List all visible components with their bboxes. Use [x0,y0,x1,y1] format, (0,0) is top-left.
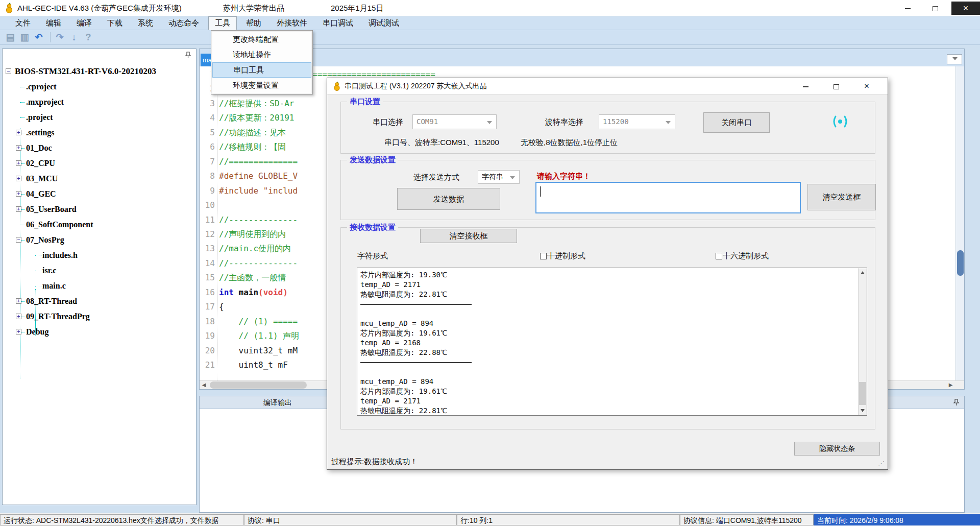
receive-settings-title: 接收数据设置 [347,223,398,232]
tools-menu-item-2[interactable]: 串口工具 [212,62,311,78]
menu-item-4[interactable]: 系统 [132,17,159,30]
tree-item-03_mcu[interactable]: +03_MCU [3,171,196,186]
maximize-button[interactable] [924,2,946,15]
tree-item-.project[interactable]: .project [3,110,196,125]
tab-overflow-combo[interactable] [947,54,962,64]
menu-item-0[interactable]: 文件 [9,17,37,30]
tools-menu-item-1[interactable]: 读地址操作 [212,47,311,62]
code-line-16: int main(void) [219,285,288,300]
menu-item-3[interactable]: 下载 [101,17,129,30]
menu-item-10[interactable]: 调试测试 [362,17,405,30]
menu-item-8[interactable]: 外接软件 [271,17,313,30]
receive-textarea[interactable]: 芯片内部温度为: 19.30℃temp_AD = 2171热敏电阻温度为: 22… [357,268,867,416]
pin-icon[interactable] [952,398,960,407]
tree-item-label: Debug [26,324,48,340]
download-icon[interactable]: ↓ [68,31,80,43]
code-line-11: //-------------- [219,213,298,227]
receive-scrollbar-thumb[interactable] [859,382,866,405]
send-input[interactable] [535,182,801,213]
tree-item-.cproject[interactable]: .cproject [3,79,196,94]
tree-item-label: 08_RT-Thread [26,294,77,309]
menu-item-7[interactable]: 帮助 [240,17,267,30]
dialog-minimize-button[interactable] [797,80,814,92]
undo-icon[interactable]: ↶ [33,31,45,43]
tree-item-.settings[interactable]: +.settings [3,125,196,140]
tree-item-01_doc[interactable]: +01_Doc [3,140,196,156]
vertical-scrollbar-thumb[interactable] [957,250,964,276]
dec-mode-checkbox[interactable]: 十进制形式 [540,251,585,261]
receive-line: temp_AD = 2168 [360,338,856,348]
scroll-up-icon[interactable] [861,271,865,274]
tree-item-07_nosprg[interactable]: −07_NosPrg [3,232,196,248]
dialog-maximize-button[interactable] [827,80,845,92]
tree-item-debug[interactable]: +Debug [3,324,196,340]
expand-icon[interactable]: + [16,206,21,212]
expand-icon[interactable]: + [16,329,21,334]
tree-item-05_userboard[interactable]: +05_UserBoard [3,202,196,217]
expand-icon[interactable]: + [16,130,21,135]
hex-mode-checkbox[interactable]: 十六进制形式 [716,251,769,261]
menu-item-1[interactable]: 编辑 [40,17,67,30]
line-number: 16 [201,285,215,300]
gutter-guide-line [217,66,217,380]
baud-select-combo[interactable]: 115200 [599,114,675,129]
hide-statusbar-button[interactable]: 隐藏状态条 [794,442,880,456]
tree-item-label: 04_GEC [26,186,56,202]
receive-scrollbar[interactable] [858,268,867,415]
send-data-button[interactable]: 发送数据 [397,188,500,210]
tree-item-04_gec[interactable]: +04_GEC [3,186,196,202]
collapse-icon[interactable]: − [6,68,11,74]
pin-icon[interactable] [184,51,192,59]
horizontal-scrollbar-thumb[interactable] [210,381,307,389]
save-all-icon[interactable]: ▥ [18,31,31,43]
expand-icon[interactable]: + [16,160,21,166]
clear-receive-button[interactable]: 清空接收框 [420,229,517,243]
tree-item-09_rt-threadprg[interactable]: +09_RT-ThreadPrg [3,309,196,324]
menu-item-2[interactable]: 编译 [70,17,98,30]
expand-icon[interactable]: + [16,314,21,319]
resize-grip[interactable]: ⋰ [878,460,885,467]
tree-item-08_rt-thread[interactable]: +08_RT-Thread [3,294,196,309]
tree-item-02_cpu[interactable]: +02_CPU [3,156,196,171]
scroll-down-icon[interactable] [861,409,865,412]
tools-menu-item-0[interactable]: 更改终端配置 [212,32,311,47]
tree-item-.mxproject[interactable]: .mxproject [3,94,196,110]
expand-icon[interactable]: + [16,191,21,197]
expand-icon[interactable]: + [16,176,21,181]
menu-item-9[interactable]: 串口调试 [316,17,359,30]
minimize-button[interactable] [896,2,919,15]
editor-vertical-scrollbar[interactable] [955,66,964,389]
clear-send-button[interactable]: 清空发送框 [807,184,876,210]
tree-item-06_softcomponent[interactable]: 06_SoftComponent [3,217,196,232]
scroll-left-icon[interactable]: ◀ [200,381,208,389]
collapse-icon[interactable]: − [16,237,21,243]
save-icon[interactable]: ▤ [4,31,16,43]
code-line-17: { [219,300,224,314]
tree-item-isr.c[interactable]: isr.c [3,263,196,278]
help-icon[interactable]: ? [82,31,94,43]
dialog-close-button[interactable]: × [858,80,875,92]
line-number: 3 [201,97,215,111]
tools-dropdown-menu: 更改终端配置读地址操作串口工具环境变量设置 [211,30,313,94]
send-mode-combo[interactable]: 字符串 [478,170,520,184]
tree-item-bios-stm32l431-rt-v6.0-20210203[interactable]: −BIOS-STM32L431-RT-V6.0-20210203 [3,64,196,79]
code-segment: //框架提供：SD-Ar [219,99,294,108]
menu-item-6[interactable]: 工具 [208,16,237,30]
close-serial-button[interactable]: 关闭串口 [703,112,770,133]
port-select-combo[interactable]: COM91 [412,114,497,129]
send-settings-title: 发送数据设置 [347,155,398,165]
tree-item-includes.h[interactable]: includes.h [3,248,196,263]
redo-icon[interactable]: ↷ [54,31,66,43]
close-icon: × [963,3,969,13]
tree-item-main.c[interactable]: main.c [3,278,196,294]
receive-line: temp_AD = 2171 [360,396,856,406]
expand-icon[interactable]: + [16,145,21,151]
main-titlebar: AHL-GEC-IDE V4.63 (金葫芦GEC集成开发环境) 苏州大学荣誉出… [0,0,980,16]
dialog-title: 串口测试工程 (V3.1) 202207 苏大嵌入式出品 [345,82,487,91]
expand-icon[interactable]: + [16,298,21,304]
menu-item-5[interactable]: 动态命令 [162,17,205,30]
close-button[interactable]: × [951,2,980,15]
code-segment: //功能描述：见本 [219,128,286,137]
tools-menu-item-3[interactable]: 环境变量设置 [212,78,311,93]
scroll-right-icon[interactable]: ▶ [946,381,955,389]
